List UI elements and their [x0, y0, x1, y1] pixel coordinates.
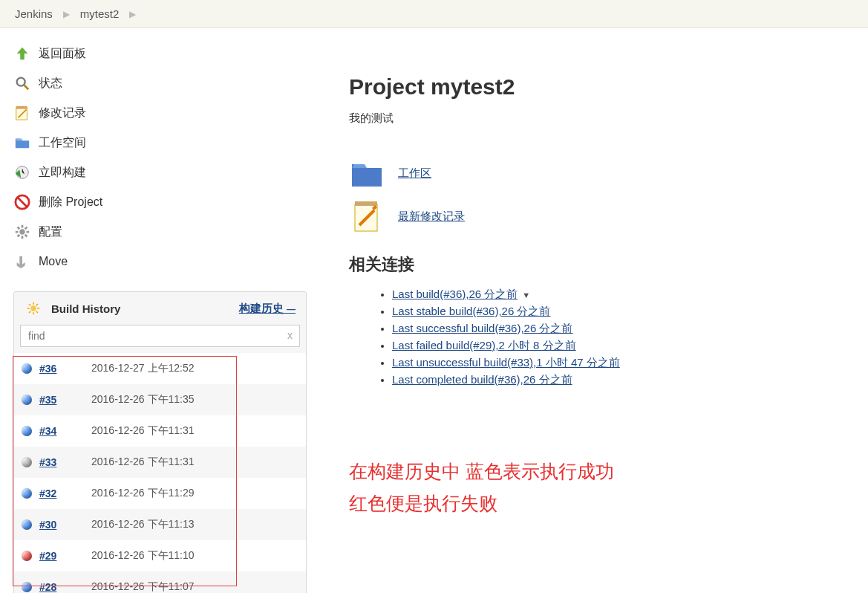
status-ball-icon — [22, 457, 32, 467]
recent-changes-link[interactable]: 最新修改记录 — [398, 210, 465, 224]
build-list: #362016-12-27 上午12:52#352016-12-26 下午11:… — [14, 353, 306, 593]
dropdown-icon[interactable]: ▼ — [522, 291, 530, 299]
permalink-item: Last completed build(#36),26 分之前 — [392, 372, 846, 389]
build-row[interactable]: #352016-12-26 下午11:35 — [14, 384, 306, 415]
build-history-panel: Build History 构建历史 — x #362016-12-27 上午1… — [13, 291, 307, 593]
permalink-item: Last build(#36),26 分之前 ▼ — [392, 286, 846, 303]
task-workspace[interactable]: 工作空间 — [13, 128, 319, 158]
task-label: 删除 Project — [39, 195, 102, 210]
clear-icon[interactable]: x — [287, 329, 293, 341]
breadcrumb: Jenkins ▶ mytest2 ▶ — [0, 0, 868, 28]
build-row[interactable]: #302016-12-26 下午11:13 — [14, 509, 306, 540]
folder-large-icon — [349, 155, 385, 191]
move-icon — [13, 253, 31, 270]
task-label: 状态 — [39, 76, 62, 91]
task-changes[interactable]: 修改记录 — [13, 98, 319, 128]
breadcrumb-root[interactable]: Jenkins — [15, 7, 53, 20]
notepad-large-icon — [349, 198, 385, 234]
build-date: 2016-12-26 下午11:31 — [91, 456, 195, 469]
build-date: 2016-12-26 下午11:07 — [91, 580, 195, 593]
build-history-title: Build History — [51, 302, 230, 315]
task-back[interactable]: 返回面板 — [13, 39, 319, 68]
notepad-icon — [13, 104, 31, 122]
status-ball-icon — [22, 551, 32, 561]
status-ball-icon — [22, 363, 32, 374]
build-row[interactable]: #292016-12-26 下午11:10 — [14, 540, 306, 571]
status-ball-icon — [22, 582, 32, 592]
build-number-link[interactable]: #35 — [39, 394, 84, 406]
permalink-link[interactable]: Last completed build(#36),26 分之前 — [392, 373, 572, 386]
build-row[interactable]: #322016-12-26 下午11:29 — [14, 478, 306, 509]
sun-icon — [25, 299, 42, 317]
task-list: 返回面板 状态 修改记录 工作空间 立即构建 删除 Project 配置 Mov… — [13, 39, 319, 276]
task-label: 返回面板 — [39, 46, 86, 62]
build-number-link[interactable]: #28 — [39, 581, 84, 593]
svg-point-0 — [17, 78, 25, 86]
permalink-item: Last failed build(#29),2 小时 8 分之前 — [392, 337, 846, 354]
task-label: 配置 — [39, 224, 62, 240]
build-row[interactable]: #342016-12-26 下午11:31 — [14, 415, 306, 447]
clock-play-icon — [13, 163, 31, 181]
build-row[interactable]: #282016-12-26 下午11:07 — [14, 571, 306, 593]
permalinks-list: Last build(#36),26 分之前 ▼Last stable buil… — [349, 286, 846, 389]
permalink-link[interactable]: Last stable build(#36),26 分之前 — [392, 305, 550, 317]
status-ball-icon — [22, 488, 32, 499]
permalink-item: Last successful build(#36),26 分之前 — [392, 320, 846, 337]
task-move[interactable]: Move — [13, 247, 319, 276]
task-configure[interactable]: 配置 — [13, 217, 319, 247]
permalinks-heading: 相关连接 — [349, 253, 846, 276]
gear-icon — [13, 223, 31, 241]
task-delete[interactable]: 删除 Project — [13, 187, 319, 217]
page-title: Project mytest2 — [349, 74, 846, 100]
folder-icon — [13, 134, 31, 152]
permalink-item: Last unsuccessful build(#33),1 小时 47 分之前 — [392, 354, 846, 372]
build-number-link[interactable]: #29 — [39, 550, 84, 562]
build-row[interactable]: #362016-12-27 上午12:52 — [14, 353, 306, 384]
svg-point-6 — [30, 305, 36, 311]
task-label: 工作空间 — [39, 135, 86, 151]
build-number-link[interactable]: #32 — [39, 487, 84, 499]
svg-rect-8 — [355, 201, 377, 206]
build-number-link[interactable]: #36 — [39, 363, 84, 375]
build-date: 2016-12-26 下午11:29 — [91, 487, 195, 500]
breadcrumb-job[interactable]: mytest2 — [80, 7, 120, 20]
up-arrow-icon — [13, 45, 31, 62]
build-date: 2016-12-26 下午11:31 — [91, 424, 195, 438]
build-date: 2016-12-27 上午12:52 — [91, 362, 195, 375]
svg-rect-2 — [16, 106, 27, 109]
workspace-link[interactable]: 工作区 — [398, 166, 431, 181]
chevron-icon: ▶ — [63, 9, 70, 19]
task-label: Move — [39, 255, 68, 268]
sidebar: 返回面板 状态 修改记录 工作空间 立即构建 删除 Project 配置 Mov… — [0, 28, 319, 593]
build-date: 2016-12-26 下午11:10 — [91, 549, 195, 563]
chevron-icon: ▶ — [129, 9, 136, 19]
permalink-link[interactable]: Last successful build(#36),26 分之前 — [392, 322, 572, 334]
search-icon — [13, 74, 31, 92]
build-number-link[interactable]: #33 — [39, 456, 84, 468]
permalink-item: Last stable build(#36),26 分之前 — [392, 303, 846, 320]
task-label: 修改记录 — [39, 106, 86, 121]
collapse-icon: — — [287, 304, 296, 314]
build-date: 2016-12-26 下午11:13 — [91, 518, 195, 531]
annotation-text: 在构建历史中 蓝色表示执行成功红色便是执行失败 — [349, 456, 846, 519]
build-row[interactable]: #332016-12-26 下午11:31 — [14, 447, 306, 478]
build-date: 2016-12-26 下午11:35 — [91, 393, 195, 406]
find-input[interactable] — [20, 325, 300, 347]
status-ball-icon — [22, 519, 32, 530]
build-history-trend-link[interactable]: 构建历史 — — [239, 302, 296, 316]
status-ball-icon — [22, 426, 32, 436]
project-description: 我的测试 — [349, 111, 846, 126]
build-history-find: x — [20, 325, 300, 347]
task-build-now[interactable]: 立即构建 — [13, 158, 319, 187]
permalink-link[interactable]: Last failed build(#29),2 小时 8 分之前 — [392, 339, 576, 351]
task-label: 立即构建 — [39, 165, 86, 181]
no-entry-icon — [13, 193, 31, 211]
main-panel: Project mytest2 我的测试 工作区 最新修改记录 相关连接 Las… — [319, 28, 868, 593]
build-number-link[interactable]: #30 — [39, 519, 84, 531]
build-number-link[interactable]: #34 — [39, 425, 84, 437]
permalink-link[interactable]: Last build(#36),26 分之前 — [392, 288, 518, 300]
permalink-link[interactable]: Last unsuccessful build(#33),1 小时 47 分之前 — [392, 356, 620, 369]
status-ball-icon — [22, 395, 32, 405]
svg-point-5 — [19, 229, 25, 234]
task-status[interactable]: 状态 — [13, 68, 319, 98]
